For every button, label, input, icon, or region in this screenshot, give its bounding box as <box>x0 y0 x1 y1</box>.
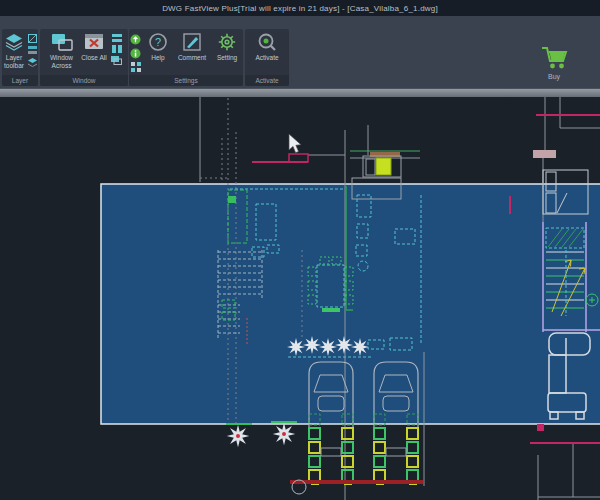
window-group-label: Window <box>40 75 128 86</box>
ribbon-group-layer: Layer toolbar Layer <box>2 29 38 86</box>
layers-icon <box>4 31 24 53</box>
comment-label: Comment <box>178 54 206 62</box>
help-label: Help <box>151 54 164 62</box>
setting-button[interactable]: Setting <box>212 31 242 62</box>
thick-wall-segment <box>533 150 556 158</box>
layer-small-buttons <box>28 31 37 67</box>
plant-star-1 <box>222 420 254 452</box>
window-small-buttons <box>111 31 122 65</box>
tile-vertical-icon[interactable] <box>112 45 122 53</box>
drawing-canvas[interactable] <box>0 97 600 500</box>
ribbon-group-activate: Activate Activate <box>245 29 289 86</box>
activate-group-label: Activate <box>245 75 289 86</box>
buy-label: Buy <box>548 73 560 80</box>
activate-magnifier-icon <box>257 31 277 53</box>
ribbon-group-settings: ? Help Comment <box>129 29 243 86</box>
help-icon: ? <box>148 31 168 53</box>
svg-text:?: ? <box>155 36 161 48</box>
close-all-button[interactable]: Close All <box>80 31 108 62</box>
comment-button[interactable]: Comment <box>175 31 209 62</box>
layer-group-label: Layer <box>2 75 38 86</box>
comment-icon <box>182 31 202 53</box>
floor-plan-svg <box>0 97 600 500</box>
setting-label: Setting <box>217 54 237 62</box>
help-button[interactable]: ? Help <box>144 31 172 62</box>
ribbon-canvas-divider <box>0 88 600 97</box>
layer-isolate-icon[interactable] <box>28 58 37 67</box>
activate-button[interactable]: Activate <box>248 31 286 62</box>
activate-label: Activate <box>255 54 278 62</box>
buy-button[interactable]: Buy <box>532 36 576 88</box>
interface-grid-icon[interactable] <box>131 62 141 72</box>
update-icon[interactable] <box>130 34 141 45</box>
ribbon-group-window: Window Across Close All <box>40 29 128 86</box>
layer-freeze-icon[interactable] <box>28 34 37 43</box>
tile-horizontal-icon[interactable] <box>112 34 122 42</box>
setting-gear-icon <box>217 31 237 53</box>
window-across-label: Window Across <box>46 54 77 70</box>
dwg-fastview-window: DWG FastView Plus[Trial will expire in 2… <box>0 0 600 500</box>
selection-rectangle <box>101 184 600 424</box>
window-title: DWG FastView Plus[Trial will expire in 2… <box>162 4 438 13</box>
highlight-block <box>376 158 391 175</box>
about-info-icon[interactable] <box>130 48 141 59</box>
layer-states-icon[interactable] <box>28 46 37 55</box>
layer-toolbar-label: Layer toolbar <box>3 54 25 70</box>
mouse-cursor <box>289 134 301 153</box>
magenta-marker <box>537 424 544 431</box>
close-all-label: Close All <box>81 54 106 62</box>
cart-icon <box>539 45 569 71</box>
settings-small-buttons <box>130 31 141 72</box>
cascade-windows-icon[interactable] <box>111 56 122 65</box>
close-all-icon <box>83 31 105 53</box>
layer-toolbar-button[interactable]: Layer toolbar <box>3 31 25 70</box>
settings-group-label: Settings <box>129 75 243 86</box>
title-bar[interactable]: DWG FastView Plus[Trial will expire in 2… <box>0 0 600 16</box>
plant-star-2 <box>268 418 300 450</box>
ribbon: Layer toolbar Layer <box>0 16 600 88</box>
window-across-button[interactable]: Window Across <box>46 31 77 70</box>
red-boundary-line <box>290 480 423 484</box>
window-across-icon <box>51 31 73 53</box>
